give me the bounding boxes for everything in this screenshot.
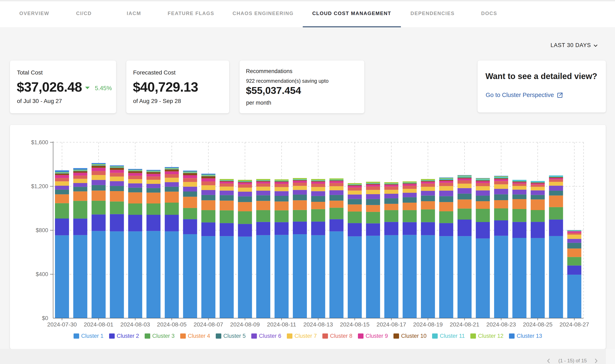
svg-text:$800: $800 [36,227,48,233]
svg-text:2024-08-15: 2024-08-15 [340,321,369,328]
svg-text:$0: $0 [42,315,48,321]
svg-text:2024-08-23: 2024-08-23 [486,321,516,328]
svg-text:2024-08-03: 2024-08-03 [121,321,150,328]
svg-text:$400: $400 [36,271,48,277]
svg-text:2024-08-11: 2024-08-11 [267,321,296,328]
svg-text:2024-08-05: 2024-08-05 [157,321,187,328]
svg-text:2024-08-07: 2024-08-07 [194,321,223,328]
svg-text:2024-08-25: 2024-08-25 [523,321,552,328]
svg-text:2024-08-09: 2024-08-09 [230,321,260,328]
svg-text:2024-08-27: 2024-08-27 [559,321,589,328]
svg-text:$1,600: $1,600 [31,139,48,145]
svg-text:2024-08-21: 2024-08-21 [450,321,479,328]
svg-text:2024-08-01: 2024-08-01 [84,321,113,328]
svg-text:$1,200: $1,200 [31,183,48,189]
svg-text:2024-08-13: 2024-08-13 [303,321,333,328]
svg-text:2024-08-17: 2024-08-17 [377,321,406,328]
svg-text:2024-07-30: 2024-07-30 [47,321,77,328]
svg-text:2024-08-19: 2024-08-19 [413,321,443,328]
